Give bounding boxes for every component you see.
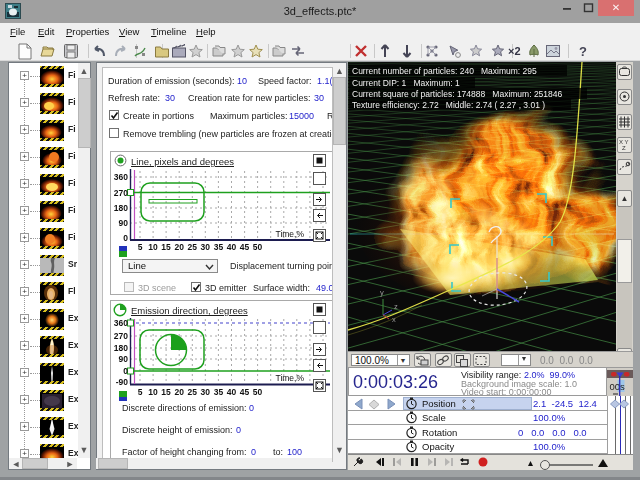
svg-text:Current number of particles: 2: Current number of particles: 240 Maximum… <box>352 66 537 76</box>
svg-text:×2: ×2 <box>508 45 521 57</box>
svg-text:50: 50 <box>253 242 263 252</box>
svg-text:0: 0 <box>123 366 128 376</box>
svg-text:270: 270 <box>114 188 128 198</box>
svg-text:180: 180 <box>114 203 128 213</box>
svg-text:Current square of particles: 1: Current square of particles: 174888 Maxi… <box>352 89 563 99</box>
svg-text:Time,%: Time,% <box>276 373 305 383</box>
svg-text:45: 45 <box>240 242 250 252</box>
svg-text:90: 90 <box>119 354 129 364</box>
svg-text:15: 15 <box>161 387 171 397</box>
svg-text:Current DIP: 1 Maximum: 1: Current DIP: 1 Maximum: 1 <box>352 78 460 88</box>
svg-text:-90: -90 <box>116 377 129 387</box>
svg-text:15: 15 <box>161 242 171 252</box>
svg-text:90: 90 <box>119 218 129 228</box>
svg-text:50: 50 <box>253 387 263 397</box>
svg-text:30: 30 <box>201 242 211 252</box>
svg-text:270: 270 <box>114 331 128 341</box>
svg-text:10: 10 <box>148 242 158 252</box>
svg-text:40: 40 <box>227 242 237 252</box>
svg-text:45: 45 <box>240 387 250 397</box>
svg-text:30: 30 <box>201 387 211 397</box>
svg-text:10: 10 <box>148 387 158 397</box>
svg-text:40: 40 <box>227 387 237 397</box>
svg-text:360: 360 <box>114 318 128 328</box>
svg-text:00s: 00s <box>610 381 626 392</box>
svg-text:35: 35 <box>214 242 224 252</box>
svg-text:0: 0 <box>123 233 128 243</box>
svg-text:20: 20 <box>174 387 184 397</box>
svg-text:5: 5 <box>138 387 143 397</box>
svg-text:z: z <box>394 302 398 311</box>
svg-text:35: 35 <box>214 387 224 397</box>
svg-text:Texture efficiency: 2.72 Mid: Texture efficiency: 2.72 Middle: 2.74 ( … <box>352 100 545 110</box>
svg-text:360: 360 <box>114 172 128 182</box>
svg-text:180: 180 <box>114 343 128 353</box>
svg-text:5: 5 <box>138 242 143 252</box>
svg-text:25: 25 <box>188 387 198 397</box>
svg-text:?: ? <box>579 44 587 59</box>
svg-text:x: x <box>392 315 396 324</box>
svg-text:20: 20 <box>174 242 184 252</box>
svg-text:y: y <box>380 288 384 297</box>
svg-text:25: 25 <box>188 242 198 252</box>
svg-text:Z: Z <box>622 145 626 151</box>
svg-text:Time,%: Time,% <box>276 229 305 239</box>
